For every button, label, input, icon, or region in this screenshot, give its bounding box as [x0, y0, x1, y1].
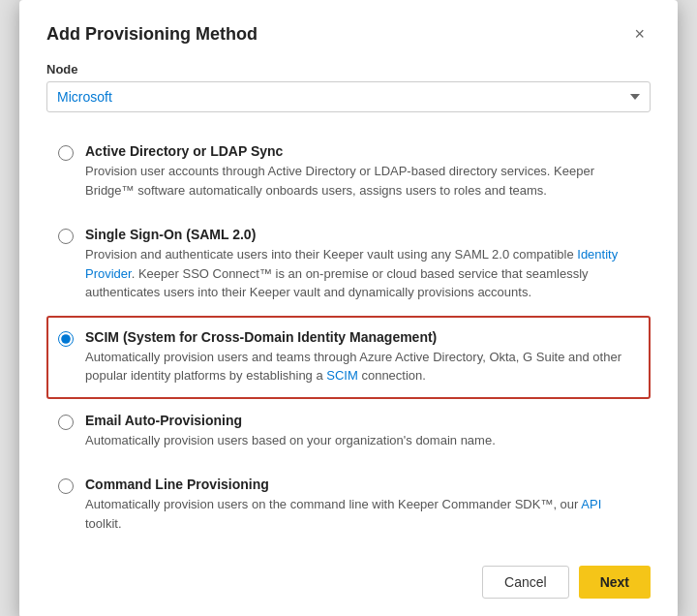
- option-sso-saml-title: Single Sign-On (SAML 2.0): [85, 227, 639, 242]
- node-label: Node: [46, 62, 651, 77]
- option-command-line-title: Command Line Provisioning: [85, 477, 639, 492]
- option-command-line[interactable]: Command Line Provisioning Automatically …: [46, 463, 651, 546]
- node-select[interactable]: Microsoft: [46, 81, 651, 112]
- next-button[interactable]: Next: [579, 566, 651, 599]
- option-scim[interactable]: SCIM (System for Cross-Domain Identity M…: [46, 316, 651, 399]
- option-ad-ldap[interactable]: Active Directory or LDAP Sync Provision …: [46, 130, 651, 213]
- option-sso-saml-desc: Provision and authenticate users into th…: [85, 245, 639, 302]
- dialog-header: Add Provisioning Method ×: [46, 23, 651, 45]
- option-email-auto[interactable]: Email Auto-Provisioning Automatically pr…: [46, 399, 651, 464]
- option-sso-saml[interactable]: Single Sign-On (SAML 2.0) Provision and …: [46, 213, 651, 316]
- node-section: Node Microsoft: [46, 62, 651, 112]
- option-scim-radio[interactable]: [58, 331, 74, 347]
- option-email-auto-desc: Automatically provision users based on y…: [85, 431, 496, 450]
- option-scim-desc: Automatically provision users and teams …: [85, 348, 639, 385]
- option-command-line-radio[interactable]: [58, 478, 74, 494]
- option-ad-ldap-desc: Provision user accounts through Active D…: [85, 162, 639, 200]
- close-button[interactable]: ×: [628, 23, 651, 45]
- add-provisioning-dialog: Add Provisioning Method × Node Microsoft…: [19, 0, 678, 616]
- option-sso-saml-radio[interactable]: [58, 229, 74, 244]
- options-list: Active Directory or LDAP Sync Provision …: [46, 130, 651, 546]
- option-ad-ldap-radio[interactable]: [58, 145, 74, 161]
- dialog-footer: Cancel Next: [46, 566, 651, 599]
- option-email-auto-radio[interactable]: [58, 415, 74, 430]
- dialog-title: Add Provisioning Method: [46, 24, 258, 45]
- cancel-button[interactable]: Cancel: [482, 566, 569, 599]
- option-ad-ldap-title: Active Directory or LDAP Sync: [85, 143, 639, 159]
- option-command-line-desc: Automatically provision users on the com…: [85, 495, 639, 533]
- option-scim-title: SCIM (System for Cross-Domain Identity M…: [85, 329, 639, 345]
- option-email-auto-title: Email Auto-Provisioning: [85, 413, 496, 428]
